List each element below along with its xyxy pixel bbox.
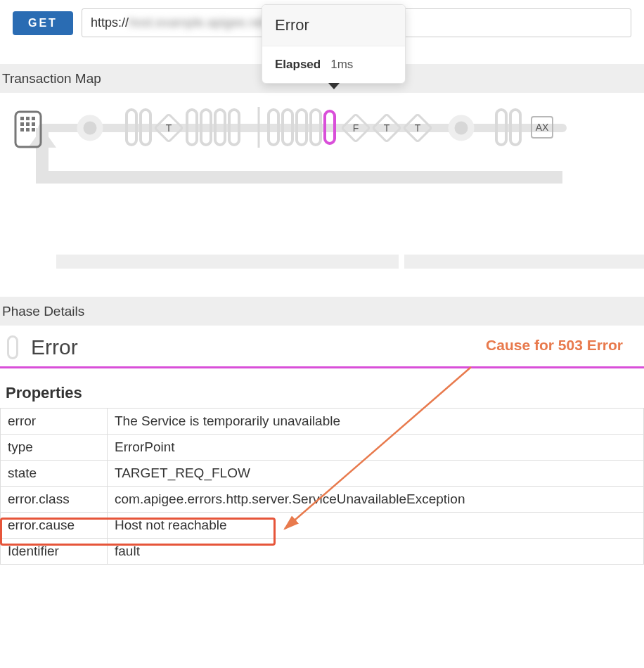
properties-title: Properties: [0, 368, 644, 406]
table-row: stateTARGET_REQ_FLOW: [1, 461, 644, 487]
svg-rect-7: [20, 128, 24, 131]
phase-details-header: Phase Details: [0, 297, 644, 326]
url-prefix: https://: [91, 15, 129, 30]
tooltip-title: Error: [262, 5, 405, 46]
flow-node-dot: [451, 118, 471, 138]
svg-rect-8: [26, 128, 30, 131]
tooltip-elapsed-label: Elapsed: [275, 58, 321, 72]
phase-pill-icon: [7, 335, 18, 359]
detail-bars: [56, 255, 644, 269]
svg-rect-1: [20, 117, 24, 120]
svg-rect-3: [32, 117, 35, 120]
table-row: Identifierfault: [1, 539, 644, 565]
table-row: typeErrorPoint: [1, 435, 644, 461]
svg-rect-2: [26, 117, 30, 120]
svg-text:T: T: [415, 122, 421, 134]
table-row: error.classcom.apigee.errors.http.server…: [1, 487, 644, 513]
table-row-error-cause: error.causeHost not reachable: [1, 513, 644, 539]
cause-annotation: Cause for 503 Error: [486, 337, 623, 354]
svg-rect-9: [32, 128, 35, 131]
tooltip-arrow-icon: [328, 83, 340, 89]
svg-rect-5: [26, 122, 30, 126]
svg-text:T: T: [384, 122, 390, 134]
step-tooltip: Error Elapsed 1ms: [262, 4, 406, 84]
transaction-map[interactable]: T F T T AX: [0, 93, 644, 205]
svg-rect-4: [20, 122, 24, 126]
flow-node-dot: [80, 118, 100, 138]
phase-name: Error: [31, 335, 78, 359]
tooltip-elapsed-value: 1ms: [330, 58, 353, 72]
properties-table: errorThe Service is temporarily unavaila…: [0, 408, 644, 565]
svg-text:T: T: [166, 122, 172, 134]
table-row: errorThe Service is temporarily unavaila…: [1, 409, 644, 435]
svg-rect-6: [32, 122, 35, 126]
svg-text:F: F: [353, 122, 359, 134]
http-method-button[interactable]: GET: [13, 11, 73, 35]
svg-text:AX: AX: [536, 122, 549, 133]
